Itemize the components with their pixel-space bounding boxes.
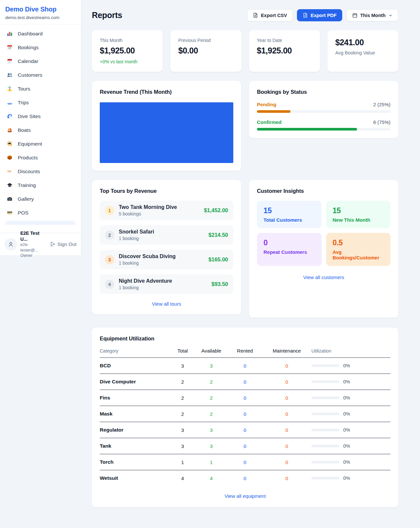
rank-badge: 3 — [105, 255, 114, 264]
tour-bookings: 1 booking — [119, 285, 207, 290]
sidebar-item-reports-active-partial[interactable] — [5, 221, 76, 225]
table-row: Wetsuit 4 4 0 0 0% — [100, 470, 390, 486]
sidebar-item-label: Customers — [18, 72, 42, 78]
bookings-by-status-title: Bookings by Status — [257, 89, 390, 95]
cell-maintenance: 0 — [262, 363, 311, 369]
tile-repeat-customers: 0 Repeat Customers — [257, 233, 322, 266]
utilization-bar — [311, 364, 339, 367]
sidebar-item-pos[interactable]: POS — [3, 207, 78, 218]
header-actions: Export CSV Export PDF This Month — [247, 9, 398, 21]
cell-category: Torch — [100, 459, 170, 465]
cell-rented: 0 — [228, 476, 262, 481]
sidebar-item-boats[interactable]: Boats — [3, 124, 78, 136]
tile-label: Avg Bookings/Customer — [333, 249, 384, 260]
utilization-percent: 0% — [343, 395, 350, 400]
person-icon — [8, 241, 14, 248]
file-download-icon — [303, 12, 308, 18]
progress-fill — [257, 110, 290, 113]
tile-value: 15 — [333, 206, 384, 215]
list-item: 4 Night Dive Adventure 1 booking $93.50 — [100, 274, 233, 294]
view-all-customers-link[interactable]: View all customers — [257, 274, 390, 280]
status-value: 6 (75%) — [373, 119, 390, 125]
cell-maintenance: 0 — [262, 411, 311, 417]
page-title: Reports — [92, 10, 122, 20]
sidebar-item-dashboard[interactable]: Dashboard — [3, 28, 78, 39]
sidebar-item-dive-sites[interactable]: Dive Sites — [3, 111, 78, 122]
cell-available: 1 — [195, 459, 228, 465]
tile-total-customers: 15 Total Customers — [257, 201, 322, 228]
sidebar-item-label: Tours — [18, 86, 30, 92]
cell-maintenance: 0 — [262, 395, 311, 401]
diving-mask-icon — [7, 141, 13, 147]
main-content: Reports Export CSV Export PDF This Month… — [81, 0, 420, 507]
tile-avg-bookings-customer: 0.5 Avg Bookings/Customer — [326, 233, 391, 266]
top-tours-title: Top Tours by Revenue — [100, 188, 233, 194]
shop-header: Demo Dive Shop demo.test.divestreams.com — [0, 0, 81, 25]
file-download-icon — [253, 12, 258, 18]
column-header: Total — [170, 348, 195, 354]
label-tag-icon — [7, 168, 13, 174]
chevron-down-icon — [388, 13, 393, 18]
user-panel: E2E Test U... e2e-tester@... Owner Sign … — [0, 233, 81, 255]
tile-label: Repeat Customers — [263, 249, 315, 255]
tile-label: Total Customers — [263, 217, 315, 223]
table-row: Mask 2 2 0 0 0% — [100, 406, 390, 422]
tour-name: Snorkel Safari — [119, 229, 154, 234]
cell-maintenance: 0 — [262, 459, 311, 465]
utilization-bar — [311, 413, 339, 415]
sidebar-item-trips[interactable]: Trips — [3, 97, 78, 108]
export-csv-label: Export CSV — [261, 13, 287, 18]
cell-utilization: 0% — [311, 443, 390, 449]
tour-revenue: $214.50 — [208, 232, 228, 238]
view-all-tours-link[interactable]: View all tours — [100, 301, 233, 307]
utilization-percent: 0% — [343, 427, 350, 433]
period-selector-label: This Month — [360, 13, 386, 18]
progress-fill — [257, 128, 357, 131]
cell-maintenance: 0 — [262, 427, 311, 433]
utilization-percent: 0% — [343, 379, 350, 384]
stat-card-year-to-date: Year to Date $1,925.00 — [249, 30, 320, 72]
sidebar-item-calendar[interactable]: Calendar — [3, 55, 78, 67]
progress-track — [257, 110, 390, 113]
cell-total: 1 — [170, 459, 195, 465]
cell-utilization: 0% — [311, 476, 390, 481]
customer-insights-card: Customer Insights 15 Total Customers 15 … — [249, 180, 398, 318]
status-row-confirmed: Confirmed 6 (75%) — [257, 119, 390, 131]
sidebar-item-discounts[interactable]: Discounts — [3, 166, 78, 177]
calendar-icon — [352, 12, 358, 18]
cell-rented: 0 — [228, 411, 262, 417]
view-all-equipment-link[interactable]: View all equipment — [100, 493, 390, 499]
customer-insights-title: Customer Insights — [257, 188, 390, 194]
sidebar-item-bookings[interactable]: 17 Bookings — [3, 42, 78, 53]
stat-value: $241.00 — [335, 38, 390, 47]
sidebar-item-products[interactable]: Products — [3, 152, 78, 163]
cell-utilization: 0% — [311, 379, 390, 384]
sidebar-item-customers[interactable]: Customers — [3, 69, 78, 81]
cell-available: 2 — [195, 395, 228, 401]
cell-rented: 0 — [228, 427, 262, 433]
package-icon — [7, 154, 13, 161]
utilization-percent: 0% — [343, 459, 350, 465]
stat-value: $1,925.00 — [100, 46, 155, 55]
tour-name: Discover Scuba Diving — [119, 254, 176, 259]
sidebar-item-training[interactable]: Training — [3, 179, 78, 191]
table-row: Regulator 3 3 0 0 0% — [100, 422, 390, 438]
cell-utilization: 0% — [311, 395, 390, 400]
sidebar-item-tours[interactable]: Tours — [3, 83, 78, 94]
tour-bookings: 1 booking — [119, 260, 204, 266]
shop-domain: demo.test.divestreams.com — [5, 15, 76, 20]
insights-row: Top Tours by Revenue 1 Two Tank Morning … — [92, 180, 398, 318]
export-pdf-button[interactable]: Export PDF — [297, 9, 342, 21]
cell-total: 3 — [170, 443, 195, 449]
period-selector[interactable]: This Month — [346, 9, 398, 21]
column-header: Category — [100, 348, 170, 354]
sign-out-button[interactable]: Sign Out — [50, 241, 76, 247]
page-header: Reports Export CSV Export PDF This Month — [92, 9, 398, 21]
sidebar-item-gallery[interactable]: Gallery — [3, 193, 78, 205]
utilization-bar — [311, 396, 339, 399]
export-csv-button[interactable]: Export CSV — [247, 9, 293, 21]
list-item: 3 Discover Scuba Diving 1 booking $165.0… — [100, 250, 233, 269]
cell-category: Mask — [100, 411, 170, 417]
sidebar-item-equipment[interactable]: Equipment — [3, 138, 78, 150]
desert-island-icon — [7, 86, 13, 92]
